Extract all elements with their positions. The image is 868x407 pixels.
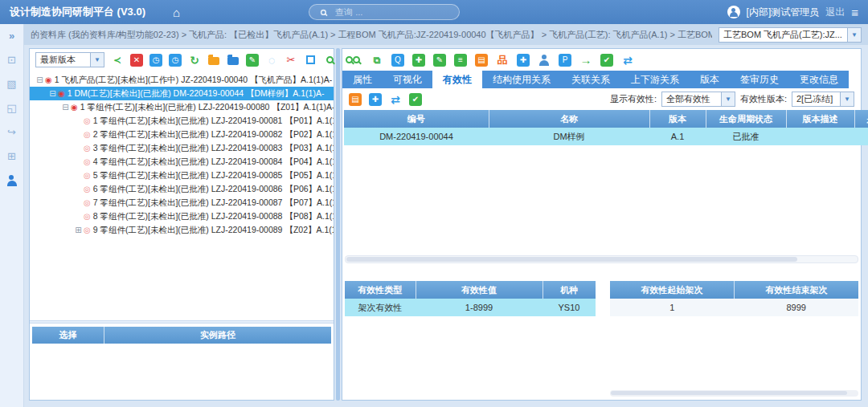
- tab-version[interactable]: 版本: [690, 71, 730, 88]
- forward-icon[interactable]: →: [579, 54, 592, 67]
- tree-node-label: 8 零组件(工艺)[未检出](已批准) LZJ-220419-00088 【P0…: [93, 211, 334, 222]
- sidebar-workstation-icon[interactable]: ⊞: [7, 151, 16, 161]
- table-row[interactable]: 1 8999: [610, 299, 858, 316]
- swap-icon[interactable]: ⇄: [389, 93, 402, 106]
- cell-name: DM样例: [489, 128, 649, 145]
- tree-expander-icon[interactable]: ⊟: [47, 89, 58, 98]
- tree-node-label: 9 零组件(工艺)[未检出](已批准) LZJ-220419-00089 【Z0…: [93, 225, 334, 236]
- tab-change-info[interactable]: 更改信息: [789, 71, 849, 88]
- tree-node-label: 7 零组件(工艺)[未检出](已批准) LZJ-220419-00087 【P0…: [93, 197, 334, 209]
- part-node-icon: ◉: [71, 103, 78, 112]
- tree-node-row[interactable]: ⊞ ◎ 9 零组件(工艺)[未检出](已批准) LZJ-220419-00089…: [30, 223, 334, 237]
- zoom-icon[interactable]: [323, 54, 336, 67]
- tree-node-row[interactable]: ◎ 2 零组件(工艺)[未检出](已批准) LZJ-220419-00082 【…: [30, 128, 334, 141]
- paste-add-icon[interactable]: ✚: [412, 54, 425, 67]
- popup-folder-icon[interactable]: [207, 54, 220, 67]
- tree-node-label: 4 零组件(工艺)[未检出](已批准) LZJ-220419-00084 【P0…: [93, 157, 334, 168]
- column-header: 有效性结束架次: [735, 281, 859, 299]
- doc-add-icon[interactable]: ✚: [517, 54, 530, 67]
- column-header: 编号: [344, 110, 489, 128]
- context-select[interactable]: 工艺BOM 飞机产品(工艺):JZ... ▼: [719, 27, 862, 43]
- doc-check-icon[interactable]: ✔: [409, 93, 422, 106]
- search-icon: [318, 7, 329, 18]
- save-icon[interactable]: ▤: [349, 93, 362, 106]
- edit-icon[interactable]: ✎: [246, 54, 259, 67]
- history-alt-icon[interactable]: ◷: [169, 54, 182, 67]
- part-node-icon: ◎: [84, 144, 91, 153]
- part-node-icon: ◎: [84, 116, 91, 125]
- delete-icon[interactable]: ✕: [130, 54, 143, 67]
- effectivity-type-table: 有效性类型 有效性值 机种 架次有效性 1-8999 YS10: [345, 281, 596, 397]
- tree-expander-icon[interactable]: ⊞: [73, 226, 84, 234]
- clipboard-icon[interactable]: ≡: [454, 54, 467, 67]
- tab-visualization[interactable]: 可视化: [383, 71, 432, 88]
- history-icon[interactable]: ◷: [149, 54, 162, 67]
- tree-node-row[interactable]: ◎ 8 零组件(工艺)[未检出](已批准) LZJ-220419-00088 【…: [30, 210, 334, 223]
- hierarchy-icon[interactable]: 品: [496, 54, 509, 67]
- horizontal-scrollbar[interactable]: [345, 255, 858, 263]
- swap-icon[interactable]: ⇄: [621, 54, 634, 67]
- column-header: 版本描述: [786, 110, 854, 128]
- menu-icon[interactable]: ≡: [851, 6, 858, 19]
- breadcrumb[interactable]: 的资料库 (我的资料库/构型功能02-23) > 飞机产品: 【已检出】飞机产品…: [31, 29, 712, 41]
- copy-icon[interactable]: ⧉: [371, 54, 383, 67]
- tree-node-row-selected[interactable]: ⊟ ◉ 1 DM(工艺)[未检出](已批准) DM-220419-00044 【…: [30, 87, 334, 100]
- doc-search-icon[interactable]: Q: [391, 54, 404, 67]
- table-row[interactable]: DM-220419-00044 DM样例 A.1 已批准: [344, 128, 868, 145]
- users-icon[interactable]: [538, 54, 551, 67]
- horizontal-scrollbar[interactable]: [610, 390, 858, 397]
- save-icon[interactable]: ▤: [475, 54, 488, 67]
- sidebar-expand-icon[interactable]: »: [9, 31, 14, 41]
- refresh-icon[interactable]: ↻: [188, 54, 201, 67]
- vertical-splitter[interactable]: [336, 48, 340, 401]
- left-sidebar: » ⊡ ▧ ◱ ↪ ⊞: [0, 24, 24, 407]
- column-header: 是否生效: [854, 110, 868, 128]
- tab-review-history[interactable]: 签审历史: [730, 71, 789, 88]
- effectivity-object-table: 编号 名称 版本 生命周期状态 版本描述 是否生效 DM-220419-0004…: [342, 110, 861, 145]
- tab-properties[interactable]: 属性: [342, 71, 383, 88]
- tree-node-label: 6 零组件(工艺)[未检出](已批准) LZJ-220419-00086 【P0…: [93, 184, 334, 195]
- doc-add-icon[interactable]: ✚: [369, 93, 382, 106]
- table-row[interactable]: 架次有效性 1-8999 YS10: [345, 299, 596, 316]
- tree-node-row[interactable]: ⊟ ◉ 1 飞机产品(工艺)[未检出](工作中) JZ-220419-00040…: [30, 73, 334, 87]
- logout-link[interactable]: 退出: [825, 6, 845, 19]
- p-badge-icon[interactable]: P: [559, 54, 571, 67]
- sidebar-import-icon[interactable]: ↪: [7, 127, 16, 137]
- tree-node-row[interactable]: ◎ 7 零组件(工艺)[未检出](已批准) LZJ-220419-00087 【…: [30, 196, 334, 210]
- tree-expander-icon[interactable]: ⊟: [60, 103, 71, 112]
- tree-node-row[interactable]: ◎ 6 零组件(工艺)[未检出](已批准) LZJ-220419-00086 【…: [30, 182, 334, 196]
- tab-effectivity[interactable]: 有效性: [432, 71, 482, 88]
- tab-structure-usage[interactable]: 结构使用关系: [482, 71, 561, 88]
- tab-association[interactable]: 关联关系: [561, 71, 620, 88]
- column-header: 有效性值: [416, 281, 542, 299]
- cut-icon[interactable]: ✂: [285, 54, 297, 67]
- sidebar-parts-box-icon[interactable]: ▧: [6, 79, 16, 89]
- select-area-icon[interactable]: [304, 54, 317, 67]
- tree-node-row[interactable]: ◎ 4 零组件(工艺)[未检出](已批准) LZJ-220419-00084 【…: [30, 155, 334, 169]
- tree-node-row[interactable]: ⊟ ◉ 1 零组件(工艺)[未检出](已批准) LZJ-220419-00080…: [30, 100, 334, 114]
- chevron-down-icon: ▼: [840, 92, 854, 106]
- sidebar-layers-icon[interactable]: ◱: [6, 103, 16, 113]
- cell-state: 已批准: [706, 128, 786, 145]
- tree-expander-icon[interactable]: ⊟: [35, 75, 45, 84]
- part-node-icon: ◎: [84, 212, 91, 221]
- loading-icon[interactable]: ◌: [265, 54, 278, 67]
- version-select[interactable]: 最新版本 ▼: [35, 52, 104, 67]
- show-effectivity-select[interactable]: 全部有效性 ▼: [661, 92, 735, 107]
- folder-icon[interactable]: [227, 54, 240, 67]
- sidebar-team-icon[interactable]: [6, 175, 18, 187]
- home-icon[interactable]: ⌂: [173, 6, 180, 19]
- doc-edit-icon[interactable]: ✎: [433, 54, 446, 67]
- sidebar-monitor-icon[interactable]: ⊡: [7, 55, 16, 65]
- tree-node-row[interactable]: ◎ 1 零组件(工艺)[未检出](已批准) LZJ-220419-00081 【…: [30, 114, 334, 128]
- tree-node-row[interactable]: ◎ 3 零组件(工艺)[未检出](已批准) LZJ-220419-00083 【…: [30, 141, 334, 155]
- unlink-node-icon[interactable]: ≺: [111, 54, 124, 67]
- part-node-icon: ◎: [84, 198, 91, 207]
- tab-upstream-downstream[interactable]: 上下游关系: [620, 71, 690, 88]
- avatar-icon[interactable]: [727, 6, 740, 18]
- global-search-box[interactable]: 查询 ...: [309, 4, 460, 20]
- user-name: [内部]测试管理员: [747, 6, 820, 19]
- tree-node-row[interactable]: ◎ 5 零组件(工艺)[未检出](已批准) LZJ-220419-00085 【…: [30, 169, 334, 182]
- doc-check-icon[interactable]: ✔: [600, 54, 613, 67]
- effectivity-version-select[interactable]: 2[已冻结] ▼: [792, 92, 854, 107]
